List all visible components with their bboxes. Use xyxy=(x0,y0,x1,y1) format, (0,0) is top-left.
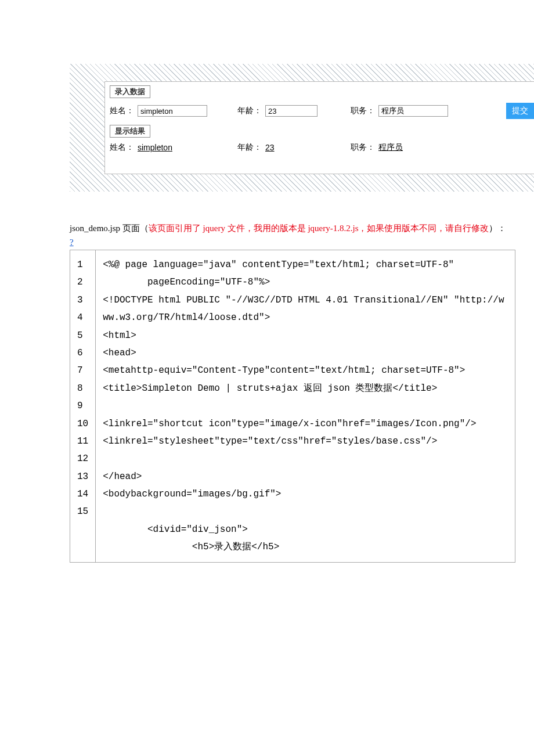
result-age-value: 23 xyxy=(265,143,275,152)
line-number: 14 xyxy=(77,485,88,503)
result-fieldset-legend: 显示结果 xyxy=(110,125,150,138)
description-paragraph: json_demo.jsp 页面（该页面引用了 jquery 文件，我用的版本是… xyxy=(70,221,511,236)
demo-background: 录入数据 姓名： 年龄： 职务： 提交 显示结果 姓 xyxy=(70,64,534,192)
line-number: 6 xyxy=(77,344,88,362)
result-job-label: 职务： xyxy=(351,142,375,153)
result-age-label: 年龄： xyxy=(237,142,262,153)
input-row: 姓名： 年龄： 职务： 提交 xyxy=(105,100,534,121)
job-input[interactable] xyxy=(378,105,448,117)
result-name-value: simpleton xyxy=(138,143,172,152)
job-label: 职务： xyxy=(351,106,375,116)
age-label: 年龄： xyxy=(237,106,262,116)
name-label: 姓名： xyxy=(110,106,134,116)
line-number-gutter: 123456789101112131415 xyxy=(70,250,96,563)
desc-red: 该页面引用了 jquery 文件，我用的版本是 jquery-1.8.2.js，… xyxy=(149,224,489,233)
line-number: 1 xyxy=(77,256,88,273)
code-cell: <%@ page language="java" contentType="te… xyxy=(96,250,515,563)
age-input[interactable] xyxy=(265,105,317,117)
code-table: 123456789101112131415 <%@ page language=… xyxy=(70,250,515,563)
line-number: 15 xyxy=(77,503,88,520)
line-number: 7 xyxy=(77,362,88,379)
line-number: 3 xyxy=(77,291,88,309)
line-number: 8 xyxy=(77,380,88,397)
question-link[interactable]: ? xyxy=(70,237,74,247)
desc-prefix: json_demo.jsp 页面（ xyxy=(70,224,149,233)
submit-button[interactable]: 提交 xyxy=(506,103,534,119)
result-job-value: 程序员 xyxy=(378,142,403,153)
result-name-label: 姓名： xyxy=(110,142,134,153)
line-number: 13 xyxy=(77,468,88,485)
line-number: 5 xyxy=(77,327,88,344)
form-panel: 录入数据 姓名： 年龄： 职务： 提交 显示结果 姓 xyxy=(104,81,534,174)
desc-suffix: ）： xyxy=(489,224,506,233)
line-number: 11 xyxy=(77,433,88,450)
line-number: 2 xyxy=(77,273,88,291)
line-number: 10 xyxy=(77,415,88,433)
line-number: 12 xyxy=(77,450,88,467)
result-row: 姓名： simpleton 年龄： 23 职务： 程序员 xyxy=(105,140,534,155)
code-content: <%@ page language="java" contentType="te… xyxy=(103,256,508,556)
input-fieldset-legend: 录入数据 xyxy=(110,85,150,98)
line-number: 9 xyxy=(77,397,88,415)
name-input[interactable] xyxy=(138,105,207,117)
line-number: 4 xyxy=(77,309,88,326)
